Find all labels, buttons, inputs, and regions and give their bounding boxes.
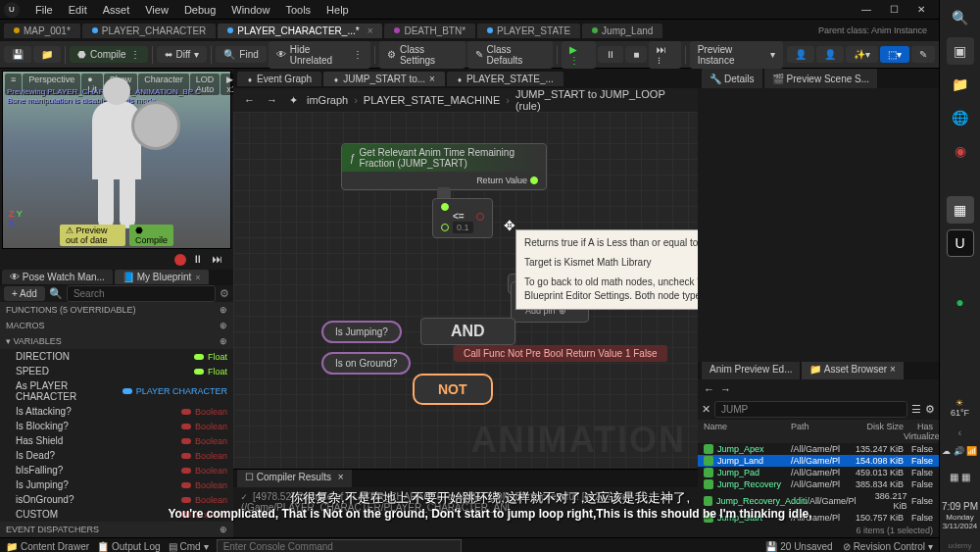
skeleton-button[interactable]: 👤 <box>787 46 814 63</box>
node-less-equal[interactable]: <= 0.1 <box>432 198 493 238</box>
variable-row[interactable]: As PLAYER CHARACTERPLAYER CHARACTER <box>0 378 233 404</box>
menu-tools[interactable]: Tools <box>277 4 318 16</box>
search-icon[interactable]: 🔍 <box>947 4 974 31</box>
asset-browser-tab[interactable]: 📁 Asset Browser × <box>802 362 903 379</box>
explorer-icon[interactable]: 📁 <box>947 71 974 98</box>
breadcrumb-item[interactable]: JUMP_START to JUMP_LOOP (rule) <box>515 88 690 112</box>
asset-row[interactable]: Jump_Apex/All/Game/Pl135.247 KiBFalse <box>698 443 939 455</box>
variables-section[interactable]: ▾ VARIABLES⊕ <box>0 333 233 349</box>
gear-icon[interactable]: ⚙ <box>220 287 229 300</box>
functions-section[interactable]: FUNCTIONS (5 OVERRIDABLE)⊕ <box>0 302 233 318</box>
save-button[interactable]: 💾 <box>4 46 31 63</box>
node-not[interactable]: NOT <box>413 374 493 405</box>
asset-row[interactable]: Jump_Land/All/Game/Pl154.098 KiBFalse <box>698 455 939 467</box>
variable-row[interactable]: DIRECTIONFloat <box>0 349 233 364</box>
anim-button[interactable]: ✨▾ <box>846 46 878 63</box>
menu-window[interactable]: Window <box>223 4 277 16</box>
output-log-button[interactable]: 📋 Output Log <box>97 541 160 552</box>
tab-jump-land[interactable]: Jump_Land <box>582 24 662 38</box>
tray-icon[interactable]: ▦ ▦ <box>947 464 974 491</box>
tab-player-char-anim[interactable]: PLAYER_CHARACTER_...*× <box>218 24 382 38</box>
window-close[interactable]: ✕ <box>907 0 935 20</box>
input-pin-b[interactable] <box>441 224 449 231</box>
node-is-jumping[interactable]: Is Jumping? <box>321 321 402 343</box>
add-button[interactable]: + Add <box>4 286 45 301</box>
find-button[interactable]: 🔍 Find <box>216 46 266 63</box>
gear-icon[interactable]: ⚙ <box>925 403 935 416</box>
app-icon[interactable]: ▣ <box>947 37 974 65</box>
breadcrumb-item[interactable]: PLAYER_STATE_MACHINE <box>364 94 500 106</box>
asset-search[interactable] <box>714 401 907 418</box>
close-icon[interactable]: × <box>195 273 200 282</box>
tab-death-btn[interactable]: DEATH_BTN* <box>384 24 475 38</box>
tab-map[interactable]: MAP_001* <box>4 24 80 38</box>
menu-view[interactable]: View <box>137 4 176 16</box>
menu-debug[interactable]: Debug <box>176 4 223 16</box>
preview-instance-dropdown[interactable]: Preview Instance ▾ <box>690 41 783 69</box>
event-graph-tab[interactable]: ⬧ Event Graph <box>237 72 321 86</box>
dispatchers-section[interactable]: EVENT DISPATCHERS⊕ <box>0 522 233 537</box>
menu-help[interactable]: Help <box>318 4 357 16</box>
graph-canvas[interactable]: ANIMATION ƒGet Relevant Anim Time Remain… <box>233 112 698 469</box>
player-state-tab[interactable]: ⬧ PLAYER_STATE_... <box>447 72 564 86</box>
nav-back[interactable]: ← <box>704 383 714 395</box>
variable-row[interactable]: SPEEDFloat <box>0 364 233 378</box>
mesh-button[interactable]: 👤 <box>816 46 844 63</box>
compile-preview[interactable]: ⬣ Compile <box>129 225 173 246</box>
class-defaults-button[interactable]: ✎ Class Defaults <box>467 41 553 69</box>
close-icon[interactable]: × <box>338 472 344 482</box>
asset-row[interactable]: Jump_Pad/All/Game/Pl459.013 KiBFalse <box>698 467 939 478</box>
cmd-dropdown[interactable]: ▤ Cmd ▾ <box>169 541 209 552</box>
filter-icon[interactable]: ☰ <box>911 403 921 416</box>
spotify-icon[interactable]: ● <box>947 288 974 316</box>
console-input[interactable] <box>217 539 462 552</box>
breadcrumb-item[interactable]: imGraph <box>307 94 348 106</box>
node-get-anim-time[interactable]: ƒGet Relevant Anim Time Remaining Fracti… <box>341 143 547 190</box>
blueprint-button[interactable]: ⬚▾ <box>880 46 909 63</box>
preview-viewport[interactable]: ≡ Perspective ● Lit Show Character LOD A… <box>2 71 231 249</box>
stop-button[interactable]: ■ <box>625 46 647 63</box>
app-icon[interactable]: ▦ <box>947 196 974 224</box>
blueprint-search[interactable] <box>67 285 216 302</box>
menu-edit[interactable]: Edit <box>61 4 95 16</box>
close-icon[interactable]: × <box>890 364 896 375</box>
nav-back[interactable]: ← <box>241 94 258 106</box>
compile-button[interactable]: ⬣ Compile ⋮ <box>70 46 148 63</box>
window-maximize[interactable]: ☐ <box>880 0 907 20</box>
unreal-icon[interactable]: U <box>947 229 974 257</box>
variable-row[interactable]: Is Blocking?Boolean <box>0 419 233 433</box>
pause-button[interactable]: ⏸ <box>598 46 623 63</box>
weather-widget[interactable]: ☀ 61°F <box>951 398 969 422</box>
window-minimize[interactable]: — <box>853 0 880 20</box>
pose-watch-tab[interactable]: 👁 Pose Watch Man... <box>2 270 113 284</box>
variable-row[interactable]: Is Dead?Boolean <box>0 448 233 463</box>
unsaved-indicator[interactable]: 💾 20 Unsaved <box>765 541 832 552</box>
play-button[interactable]: ▶ ⋮ <box>562 41 596 69</box>
app-icon[interactable]: ◉ <box>947 137 974 165</box>
preview-scene-tab[interactable]: 🎬 Preview Scene S... <box>764 69 877 88</box>
hide-unrelated-button[interactable]: 👁 Hide Unrelated ⋮ <box>269 41 370 69</box>
compiler-results-tab[interactable]: ☐ Compiler Results × <box>237 470 352 487</box>
revision-control[interactable]: ⊘ Revision Control ▾ <box>843 541 933 552</box>
class-settings-button[interactable]: ⚙ Class Settings <box>379 41 466 69</box>
node-is-on-ground[interactable]: Is on Ground? <box>321 352 411 375</box>
close-icon[interactable]: × <box>429 74 435 84</box>
tab-player-char[interactable]: PLAYER_CHARACTER <box>82 24 217 38</box>
close-icon[interactable]: × <box>368 25 373 36</box>
anim-preview-tab[interactable]: Anim Preview Ed... <box>702 362 800 379</box>
node-and-2[interactable]: AND <box>420 318 515 345</box>
return-value-pin[interactable]: Return Value <box>476 176 538 185</box>
nav-fwd[interactable]: → <box>720 383 731 395</box>
tab-player-state[interactable]: PLAYER_STATE <box>477 24 580 38</box>
input-pin-a[interactable] <box>441 203 449 211</box>
menu-file[interactable]: File <box>27 4 61 16</box>
output-pin[interactable] <box>476 213 484 221</box>
variable-row[interactable]: Has ShieldBoolean <box>0 433 233 448</box>
nav-home[interactable]: ✦ <box>286 94 301 107</box>
preview-out-of-date[interactable]: ⚠ Preview out of date <box>60 225 125 246</box>
my-blueprint-tab[interactable]: 📘 My Blueprint× <box>115 270 209 284</box>
menu-asset[interactable]: Asset <box>95 4 138 16</box>
transport-step[interactable]: ⏭ <box>212 253 225 267</box>
content-drawer-button[interactable]: 📁 Content Drawer <box>6 541 89 552</box>
details-tab[interactable]: 🔧 Details <box>702 69 762 88</box>
